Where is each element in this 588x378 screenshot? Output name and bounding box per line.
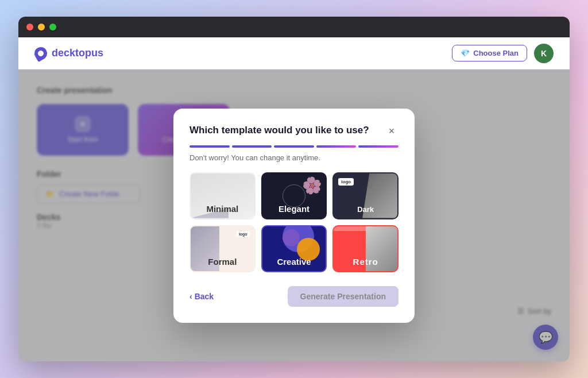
avatar: K <box>534 44 554 63</box>
minimize-dot[interactable] <box>38 24 45 30</box>
close-button[interactable]: × <box>385 125 399 138</box>
formal-logo: logo <box>237 231 250 237</box>
progress-seg-3 <box>274 145 314 148</box>
template-modal: Which template would you like to use? × … <box>173 109 415 323</box>
template-card-dark[interactable]: logo Dark <box>332 172 399 219</box>
header-right: 💎 Choose Plan K <box>452 44 554 63</box>
modal-title: Which template would you like to use? <box>189 125 369 136</box>
generate-label: Generate Presentation <box>300 292 386 301</box>
maximize-dot[interactable] <box>49 24 56 30</box>
template-card-retro[interactable]: Retro <box>332 225 399 272</box>
back-chevron-icon: ‹ <box>189 292 192 301</box>
template-label-formal: Formal <box>191 257 254 267</box>
progress-seg-4 <box>316 145 357 148</box>
modal-overlay: Which template would you like to use? × … <box>18 70 570 361</box>
template-label-creative: Creative <box>262 257 326 267</box>
logo: decktopus <box>34 47 103 60</box>
back-label: Back <box>195 292 214 301</box>
modal-footer: ‹ Back Generate Presentation <box>189 286 399 307</box>
generate-presentation-button[interactable]: Generate Presentation <box>288 286 399 307</box>
progress-bar <box>189 145 399 148</box>
dark-logo: logo <box>338 178 354 186</box>
template-label-retro: Retro <box>334 257 397 267</box>
app-header: decktopus 💎 Choose Plan K <box>18 37 570 70</box>
template-label-dark: Dark <box>334 205 397 214</box>
logo-icon <box>32 44 49 61</box>
titlebar <box>18 17 570 37</box>
modal-header: Which template would you like to use? × <box>189 125 399 138</box>
template-label-elegant: Elegant <box>262 204 326 214</box>
back-button[interactable]: ‹ Back <box>189 292 214 301</box>
diamond-icon: 💎 <box>461 49 470 57</box>
modal-subtitle: Don't worry! You can change it anytime. <box>189 153 399 162</box>
choose-plan-label: Choose Plan <box>473 49 519 57</box>
logo-text: decktopus <box>52 47 103 59</box>
app-body: Create presentation + Start from ✦ Creat… <box>18 70 570 361</box>
progress-seg-1 <box>189 145 230 148</box>
template-card-minimal[interactable]: Minimal <box>189 172 256 219</box>
template-card-elegant[interactable]: 🌸 Elegant <box>261 172 327 219</box>
template-label-minimal: Minimal <box>191 204 254 214</box>
template-card-creative[interactable]: Creative <box>261 225 327 272</box>
progress-seg-5 <box>358 145 399 148</box>
app-window: decktopus 💎 Choose Plan K Create present… <box>18 17 570 361</box>
template-card-formal[interactable]: logo Formal <box>189 225 256 272</box>
progress-seg-2 <box>232 145 272 148</box>
choose-plan-button[interactable]: 💎 Choose Plan <box>452 45 527 61</box>
template-grid: Minimal 🌸 Elegant logo Dark <box>189 172 399 272</box>
close-dot[interactable] <box>26 24 33 30</box>
